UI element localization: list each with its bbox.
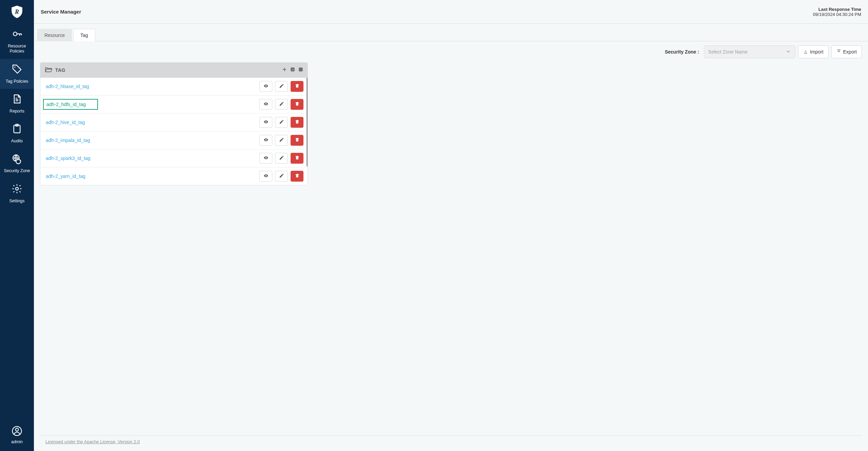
table-row: adh-2_hdfs_id_tag xyxy=(40,96,308,114)
license-link[interactable]: Licensed under the Apache License, Versi… xyxy=(40,435,862,448)
svg-point-6 xyxy=(16,187,18,190)
edit-button[interactable] xyxy=(275,153,288,164)
view-button[interactable] xyxy=(259,99,272,110)
eye-icon xyxy=(263,173,269,179)
service-link[interactable]: adh-2_hive_id_tag xyxy=(44,119,86,126)
top-header: Service Manager Last Response Time 09/19… xyxy=(34,0,868,24)
edit-icon xyxy=(279,137,284,143)
panel-header: TAG xyxy=(40,63,308,78)
response-time: Last Response Time 09/19/2024 04:30:24 P… xyxy=(813,7,861,17)
table-row: adh-2_spark3_id_tag xyxy=(40,149,308,167)
delete-button[interactable] xyxy=(291,81,303,92)
zone-placeholder: Select Zone Name xyxy=(708,49,748,55)
svg-point-8 xyxy=(16,428,19,431)
user-name: admin xyxy=(11,439,23,444)
trash-icon xyxy=(295,83,300,89)
edit-button[interactable] xyxy=(275,99,288,110)
export-label: Export xyxy=(843,49,857,55)
tag-icon xyxy=(12,64,22,76)
export-button[interactable]: Export xyxy=(831,45,862,58)
edit-button[interactable] xyxy=(275,171,288,182)
view-button[interactable] xyxy=(259,81,272,92)
app-logo: R xyxy=(0,0,34,24)
tab-resource[interactable]: Resource xyxy=(37,29,72,41)
import-icon xyxy=(803,49,808,55)
expand-button[interactable] xyxy=(298,67,303,73)
edit-icon xyxy=(279,155,284,161)
row-actions xyxy=(259,171,303,182)
sidebar-item-audits[interactable]: Audits xyxy=(0,119,34,148)
response-time-value: 09/19/2024 04:30:24 PM xyxy=(813,12,861,17)
tab-tag[interactable]: Tag xyxy=(73,29,95,41)
gear-icon xyxy=(12,183,22,196)
trash-icon xyxy=(295,137,300,143)
tag-panel: TAG adh-2_hbase_id_tagadh-2_hdfs_id_taga… xyxy=(40,62,308,185)
edit-button[interactable] xyxy=(275,135,288,146)
sidebar-item-resource-policies[interactable]: Resource Policies xyxy=(0,24,34,59)
sidebar-item-label: Audits xyxy=(11,139,23,144)
add-service-button[interactable] xyxy=(282,67,287,73)
globe-shield-icon xyxy=(12,153,22,166)
svg-rect-10 xyxy=(299,68,303,71)
row-actions xyxy=(259,117,303,128)
eye-icon xyxy=(263,83,269,89)
view-button[interactable] xyxy=(259,117,272,128)
view-button[interactable] xyxy=(259,135,272,146)
sidebar-item-settings[interactable]: Settings xyxy=(0,179,34,208)
key-icon xyxy=(12,28,22,41)
sidebar-item-tag-policies[interactable]: Tag Policies xyxy=(0,59,34,89)
sidebar-item-label: Settings xyxy=(9,199,24,204)
user-icon xyxy=(12,426,22,437)
folder-open-icon xyxy=(44,65,53,75)
eye-icon xyxy=(263,119,269,125)
sidebar-item-security-zone[interactable]: Security Zone xyxy=(0,149,34,179)
edit-icon xyxy=(279,101,284,107)
delete-button[interactable] xyxy=(291,153,303,164)
trash-icon xyxy=(295,173,300,179)
response-time-label: Last Response Time xyxy=(813,7,861,12)
service-link[interactable]: adh-2_impala_id_tag xyxy=(44,137,92,144)
edit-icon xyxy=(279,119,284,125)
svg-point-1 xyxy=(13,32,17,36)
import-button[interactable]: Import xyxy=(798,45,829,58)
tab-bar: Resource Tag xyxy=(34,24,868,41)
sidebar-item-label: Security Zone xyxy=(4,168,30,174)
edit-icon xyxy=(279,173,284,179)
delete-button[interactable] xyxy=(291,135,303,146)
sidebar-item-reports[interactable]: Reports xyxy=(0,89,34,119)
view-button[interactable] xyxy=(259,171,272,182)
toolbar: Security Zone : Select Zone Name Import … xyxy=(34,41,868,62)
edit-button[interactable] xyxy=(275,117,288,128)
row-actions xyxy=(259,153,303,164)
row-actions xyxy=(259,135,303,146)
trash-icon xyxy=(295,155,300,161)
chevron-down-icon xyxy=(786,49,791,55)
service-link[interactable]: adh-2_spark3_id_tag xyxy=(44,155,92,162)
sidebar-item-label: Tag Policies xyxy=(6,79,28,84)
service-link[interactable]: adh-2_hbase_id_tag xyxy=(44,83,91,90)
edit-icon xyxy=(279,83,284,89)
table-row: adh-2_yarn_id_tag xyxy=(40,167,308,185)
delete-button[interactable] xyxy=(291,117,303,128)
svg-text:R: R xyxy=(15,8,19,15)
service-link[interactable]: adh-2_hdfs_id_tag xyxy=(43,99,98,110)
eye-icon xyxy=(263,137,269,143)
eye-icon xyxy=(263,155,269,161)
scrollbar[interactable] xyxy=(307,78,308,166)
edit-button[interactable] xyxy=(275,81,288,92)
page-title: Service Manager xyxy=(41,9,81,15)
service-link[interactable]: adh-2_yarn_id_tag xyxy=(44,173,87,180)
trash-icon xyxy=(295,101,300,107)
security-zone-select[interactable]: Select Zone Name xyxy=(704,45,795,58)
row-actions xyxy=(259,81,303,92)
edit-service-type-button[interactable] xyxy=(290,67,295,73)
delete-button[interactable] xyxy=(291,99,303,110)
table-row: adh-2_hbase_id_tag xyxy=(40,78,308,96)
view-button[interactable] xyxy=(259,153,272,164)
trash-icon xyxy=(295,119,300,125)
delete-button[interactable] xyxy=(291,171,303,182)
clipboard-icon xyxy=(12,123,22,136)
svg-point-2 xyxy=(14,66,15,67)
user-menu[interactable]: admin xyxy=(0,421,34,451)
table-row: adh-2_impala_id_tag xyxy=(40,131,308,149)
